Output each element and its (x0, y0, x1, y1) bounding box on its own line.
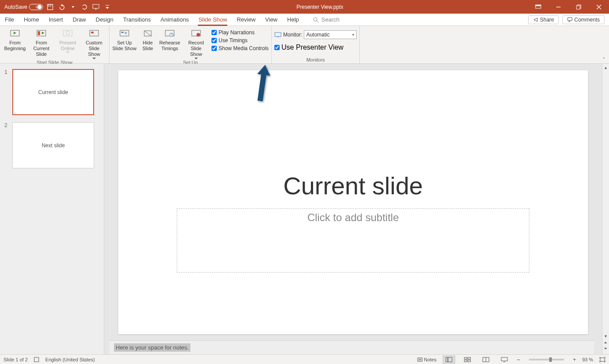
tab-file[interactable]: File (0, 14, 19, 25)
show-media-label: Show Media Controls (219, 45, 269, 51)
zoom-in-icon[interactable]: + (573, 357, 576, 363)
zoom-percent[interactable]: 93 % (582, 357, 593, 362)
share-icon (533, 17, 538, 22)
slideshow-view-icon[interactable] (498, 356, 511, 364)
svg-rect-36 (464, 357, 467, 359)
scroll-down-icon[interactable]: ▼ (604, 334, 608, 339)
from-current-button[interactable]: From Current Slide (29, 28, 54, 60)
svg-point-27 (197, 33, 200, 36)
svg-point-17 (66, 31, 69, 35)
accessibility-icon[interactable] (34, 357, 39, 362)
slide-counter[interactable]: Slide 1 of 2 (4, 357, 28, 362)
normal-view-icon[interactable] (443, 356, 455, 364)
tab-animations[interactable]: Animations (156, 14, 193, 25)
record-button[interactable]: Record Slide Show (182, 28, 210, 60)
monitor-select[interactable]: Automatic ▾ (304, 30, 357, 39)
autosave-toggle[interactable]: AutoSave Off (4, 4, 43, 10)
record-icon (191, 29, 201, 39)
thumbnail-1[interactable]: 1 Current slide (0, 67, 104, 120)
share-button[interactable]: Share (528, 15, 559, 24)
prev-slide-icon[interactable]: ⏶ (604, 340, 608, 345)
close-icon[interactable] (589, 0, 609, 14)
ribbon-group-start: From Beginning From Current Slide Presen… (0, 26, 109, 63)
svg-rect-21 (121, 32, 124, 33)
search-box[interactable]: Search (313, 16, 339, 23)
play-narrations-checkbox[interactable]: Play Narrations (212, 29, 269, 36)
thumb-text: Next slide (42, 142, 65, 149)
tab-help[interactable]: Help (282, 14, 304, 25)
thumb-image[interactable]: Next slide (12, 122, 94, 168)
sorter-view-icon[interactable] (461, 356, 474, 364)
present-online-icon (62, 29, 73, 39)
autosave-switch[interactable]: Off (29, 4, 43, 10)
tab-transitions[interactable]: Transitions (118, 14, 156, 25)
monitor-value: Automatic (306, 32, 329, 38)
zoom-out-icon[interactable]: − (517, 356, 520, 363)
save-icon[interactable] (46, 3, 55, 11)
ribbon-display-icon[interactable] (528, 0, 548, 14)
tab-review[interactable]: Review (232, 14, 260, 25)
svg-rect-15 (38, 31, 40, 35)
zoom-thumb[interactable] (549, 357, 552, 362)
tab-slide-show[interactable]: Slide Show (193, 14, 232, 25)
reading-view-icon[interactable] (480, 356, 492, 364)
present-online-button[interactable]: Present Online (55, 28, 80, 60)
language-status[interactable]: English (United States) (45, 357, 95, 362)
autosave-label: AutoSave (4, 4, 27, 10)
tab-draw[interactable]: Draw (68, 14, 91, 25)
redo-icon[interactable] (80, 3, 89, 11)
tab-design[interactable]: Design (91, 14, 118, 25)
svg-rect-42 (501, 357, 507, 361)
thumb-image[interactable]: Current slide (12, 69, 94, 115)
svg-rect-31 (418, 358, 422, 361)
tab-view[interactable]: View (260, 14, 282, 25)
use-timings-checkbox[interactable]: Use Timings (212, 37, 269, 44)
hide-slide-button[interactable]: Hide Slide (139, 28, 157, 60)
thumb-text: Current slide (38, 89, 68, 95)
slide-canvas[interactable]: Current slide Click to add subtitle (118, 70, 588, 334)
tab-insert[interactable]: Insert (44, 14, 68, 25)
notes-icon (417, 357, 423, 362)
collapse-ribbon-icon[interactable]: ⌃ (602, 57, 605, 62)
zoom-slider[interactable] (529, 359, 564, 360)
record-label: Record Slide Show (182, 40, 210, 58)
chevron-down-icon: ▾ (352, 33, 354, 37)
comments-button[interactable]: Comments (562, 15, 605, 24)
custom-show-button[interactable]: Custom Slide Show (82, 28, 106, 60)
thumbnail-2[interactable]: 2 Next slide (0, 120, 104, 174)
fit-to-window-icon[interactable] (599, 357, 605, 362)
search-placeholder: Search (321, 16, 339, 23)
rehearse-button[interactable]: Rehearse Timings (159, 28, 181, 60)
minimize-icon[interactable] (548, 0, 569, 14)
qat-customize-icon[interactable] (103, 3, 112, 11)
slide-subtitle-placeholder[interactable]: Click to add subtitle (177, 208, 529, 273)
notes-pane[interactable]: Here is your space for notes. (109, 340, 594, 354)
slide-title-placeholder[interactable]: Current slide (118, 171, 588, 200)
from-beginning-button[interactable]: From Beginning (3, 28, 27, 60)
use-presenter-label: Use Presenter View (281, 44, 343, 51)
vertical-scrollbar[interactable]: ▲ ▼ ⏶ ⏷ (602, 64, 609, 354)
svg-line-11 (317, 21, 318, 22)
notes-button[interactable]: Notes (417, 357, 437, 362)
svg-rect-35 (448, 357, 452, 362)
notes-text[interactable]: Here is your space for notes. (114, 343, 190, 352)
use-presenter-checkbox[interactable]: Use Presenter View (274, 44, 357, 51)
next-slide-icon[interactable]: ⏷ (604, 346, 608, 351)
svg-rect-28 (275, 33, 281, 36)
use-timings-label: Use Timings (219, 37, 248, 44)
share-label: Share (540, 17, 554, 23)
svg-rect-37 (468, 357, 470, 359)
play-narrations-label: Play Narrations (219, 29, 255, 36)
undo-dropdown-icon[interactable] (69, 3, 77, 11)
undo-icon[interactable] (57, 3, 66, 11)
show-media-checkbox[interactable]: Show Media Controls (212, 45, 269, 51)
thumb-number: 1 (4, 69, 9, 115)
from-current-icon (36, 29, 47, 39)
set-up-button[interactable]: Set Up Slide Show (112, 28, 137, 60)
tab-home[interactable]: Home (19, 14, 44, 25)
scroll-up-icon[interactable]: ▲ (604, 66, 608, 70)
restore-icon[interactable] (569, 0, 589, 14)
svg-rect-2 (93, 4, 99, 8)
svg-line-23 (144, 31, 151, 36)
present-from-start-icon[interactable] (91, 3, 100, 11)
